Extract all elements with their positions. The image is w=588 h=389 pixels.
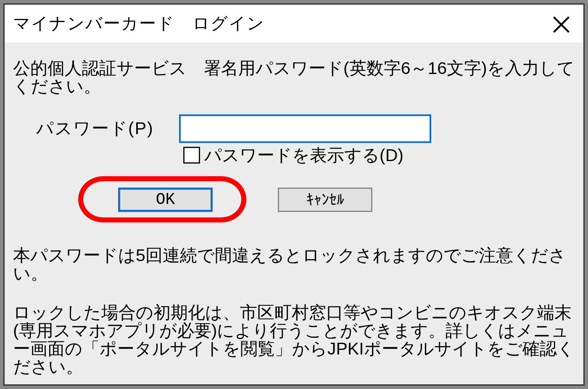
password-input[interactable] bbox=[179, 114, 431, 143]
title-bar: マイナンバーカード ログイン bbox=[5, 5, 583, 42]
close-icon bbox=[552, 15, 571, 34]
close-button[interactable] bbox=[550, 13, 573, 36]
show-password-label[interactable]: パスワードを表示する(D) bbox=[204, 146, 403, 164]
password-row: パスワード(P) bbox=[36, 114, 575, 143]
instruction-text: 公的個人認証サービス 署名用パスワード(英数字6～16文字)を入力してください。 bbox=[13, 59, 575, 95]
reset-info-text: ロックした場合の初期化は、市区町村窓口等やコンビニのキオスク端末(専用スマホアプ… bbox=[13, 304, 575, 376]
button-row: OK ｷｬﾝｾﾙ bbox=[13, 181, 575, 232]
dialog-body: 公的個人認証サービス 署名用パスワード(英数字6～16文字)を入力してください。… bbox=[5, 42, 583, 384]
show-password-row: パスワードを表示する(D) bbox=[183, 146, 575, 164]
show-password-checkbox[interactable] bbox=[183, 147, 200, 164]
lock-warning-text: 本パスワードは5回連続で間違えるとロックされますのでご注意ください。 bbox=[13, 246, 575, 283]
password-label: パスワード(P) bbox=[36, 119, 179, 138]
ok-button[interactable]: OK bbox=[118, 188, 213, 212]
dialog-title: マイナンバーカード ログイン bbox=[13, 12, 265, 35]
cancel-button[interactable]: ｷｬﾝｾﾙ bbox=[278, 188, 372, 212]
login-dialog: マイナンバーカード ログイン 公的個人認証サービス 署名用パスワード(英数字6～… bbox=[3, 3, 585, 386]
